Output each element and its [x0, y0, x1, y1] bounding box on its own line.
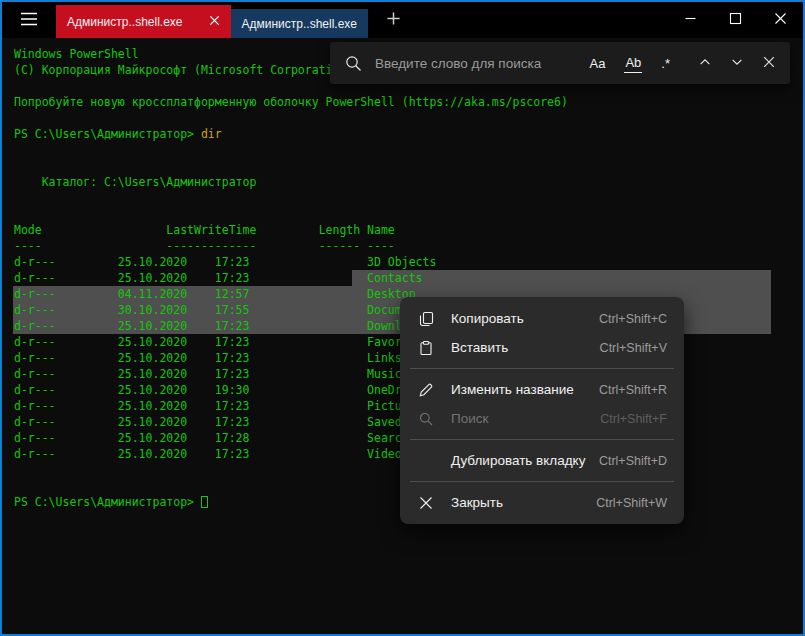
menu-item-копировать[interactable]: КопироватьCtrl+Shift+C [400, 304, 684, 333]
menu-separator [410, 481, 674, 482]
minimize-button[interactable] [668, 2, 713, 38]
titlebar: Администр..shell.exe Администр..shell.ex… [2, 2, 803, 38]
terminal-line: d-r--- 25.10.2020 17:23 Contacts [14, 270, 803, 286]
terminal-window: Администр..shell.exe Администр..shell.ex… [0, 0, 805, 636]
maximize-icon [729, 12, 742, 28]
hamburger-icon [20, 12, 38, 29]
menu-item-вставить[interactable]: ВставитьCtrl+Shift+V [400, 333, 684, 362]
minimize-icon [684, 12, 697, 28]
close-window-button[interactable] [758, 2, 803, 38]
maximize-button[interactable] [713, 2, 758, 38]
terminal-cursor [201, 496, 208, 508]
tab-title: Администр..shell.exe [242, 17, 358, 31]
menu-item-shortcut: Ctrl+Shift+F [600, 412, 667, 426]
terminal-line: Каталог: C:\Users\Администратор [14, 174, 803, 190]
tab-administrator-shell-active[interactable]: Администр..shell.exe [56, 5, 231, 38]
match-case-button[interactable]: Aa [589, 54, 607, 73]
menu-item-дублировать-вкладку[interactable]: Дублировать вкладкуCtrl+Shift+D [400, 446, 684, 475]
tab-close-button[interactable] [209, 14, 220, 29]
menu-item-label: Копировать [451, 311, 599, 326]
close-icon [774, 12, 787, 28]
menu-item-shortcut: Ctrl+Shift+R [599, 383, 667, 397]
find-next-button[interactable] [730, 55, 744, 72]
tab-title: Администр..shell.exe [67, 15, 183, 29]
rename-pencil-icon [417, 381, 434, 398]
close-icon [417, 494, 434, 511]
chevron-down-icon [730, 55, 744, 72]
terminal-line [14, 190, 803, 206]
copy-icon [417, 310, 434, 327]
menu-item-изменить-название[interactable]: Изменить названиеCtrl+Shift+R [400, 375, 684, 404]
find-previous-button[interactable] [698, 55, 712, 72]
search-icon [417, 410, 434, 427]
terminal-line: Попробуйте новую кроссплатформенную обол… [14, 94, 803, 110]
menu-item-label: Дублировать вкладку [451, 453, 599, 468]
plus-icon [386, 11, 401, 29]
menu-item-shortcut: Ctrl+Shift+C [599, 312, 667, 326]
no-icon [417, 452, 434, 469]
menu-separator [410, 368, 674, 369]
menu-item-label: Закрыть [451, 495, 596, 510]
window-controls [668, 2, 803, 38]
context-menu: КопироватьCtrl+Shift+CВставитьCtrl+Shift… [400, 297, 684, 524]
menu-separator [410, 439, 674, 440]
menu-item-label: Поиск [451, 411, 600, 426]
search-input[interactable] [375, 56, 580, 71]
terminal-line: d-r--- 25.10.2020 17:23 3D Objects [14, 254, 803, 270]
terminal-line: Mode LastWriteTime Length Name [14, 222, 803, 238]
terminal-line [14, 110, 803, 126]
chevron-up-icon [698, 55, 712, 72]
menu-item-shortcut: Ctrl+Shift+D [599, 454, 667, 468]
close-search-button[interactable] [762, 55, 776, 72]
terminal-line: PS C:\Users\Администратор> dir [14, 126, 803, 142]
menu-item-shortcut: Ctrl+Shift+V [600, 341, 667, 355]
hamburger-menu-button[interactable] [2, 2, 56, 38]
close-icon [209, 14, 220, 29]
new-tab-button[interactable] [374, 2, 412, 38]
paste-icon [417, 339, 434, 356]
menu-item-label: Изменить название [451, 382, 599, 397]
menu-item-shortcut: Ctrl+Shift+W [596, 496, 667, 510]
menu-item-label: Вставить [451, 340, 600, 355]
titlebar-drag-region [412, 2, 668, 38]
regex-button[interactable]: .* [660, 54, 671, 73]
search-icon [344, 54, 363, 73]
terminal-line: ---- ------------- ------ ---- [14, 238, 803, 254]
match-word-button[interactable]: Ab [624, 53, 642, 73]
terminal-line [14, 142, 803, 158]
terminal-line [14, 158, 803, 174]
search-panel: Aa Ab .* [330, 42, 790, 84]
menu-item-поиск: ПоискCtrl+Shift+F [400, 404, 684, 433]
menu-item-закрыть[interactable]: ЗакрытьCtrl+Shift+W [400, 488, 684, 517]
close-icon [762, 55, 776, 72]
tab-administrator-shell-inactive[interactable]: Администр..shell.exe [231, 9, 369, 38]
terminal-line [14, 206, 803, 222]
